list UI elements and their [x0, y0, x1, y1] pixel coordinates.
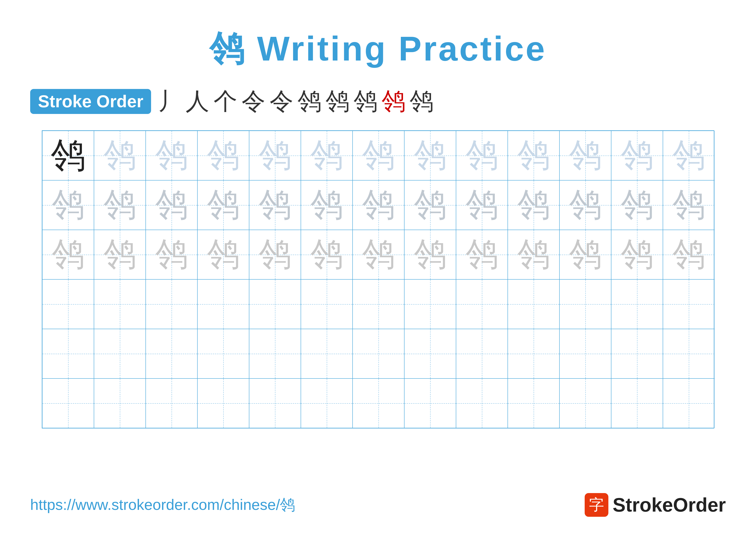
grid-cell[interactable]: 鸰: [94, 131, 146, 180]
grid-cell[interactable]: 鸰: [94, 230, 146, 279]
grid-cell[interactable]: [94, 279, 146, 329]
grid-cell[interactable]: [42, 279, 94, 329]
stroke-10: 鸰: [410, 85, 433, 117]
grid-cell[interactable]: 鸰: [611, 180, 663, 230]
practice-grid[interactable]: 鸰鸰鸰鸰鸰鸰鸰鸰鸰鸰鸰鸰鸰鸰鸰鸰鸰鸰鸰鸰鸰鸰鸰鸰鸰鸰鸰鸰鸰鸰鸰鸰鸰鸰鸰鸰鸰鸰鸰: [42, 130, 714, 428]
grid-cell[interactable]: 鸰: [42, 131, 94, 180]
grid-cell[interactable]: 鸰: [249, 230, 301, 279]
grid-cell[interactable]: 鸰: [508, 230, 559, 279]
grid-cell[interactable]: [198, 378, 249, 428]
grid-cell[interactable]: 鸰: [404, 180, 456, 230]
grid-cell[interactable]: 鸰: [301, 180, 353, 230]
grid-cell[interactable]: [611, 378, 663, 428]
grid-cell[interactable]: [249, 378, 301, 428]
grid-cell[interactable]: [559, 329, 611, 378]
grid-cell[interactable]: [404, 279, 456, 329]
grid-cell[interactable]: 鸰: [198, 230, 249, 279]
grid-cell[interactable]: [301, 279, 353, 329]
grid-cell[interactable]: 鸰: [508, 180, 559, 230]
grid-cell[interactable]: [559, 279, 611, 329]
grid-cell[interactable]: [94, 378, 146, 428]
grid-cell[interactable]: 鸰: [42, 180, 94, 230]
grid-cell[interactable]: 鸰: [146, 230, 198, 279]
grid-cell[interactable]: [198, 329, 249, 378]
grid-cell[interactable]: [663, 279, 715, 329]
grid-cell[interactable]: [353, 378, 404, 428]
grid-cell[interactable]: [508, 378, 559, 428]
practice-char: 鸰: [673, 134, 705, 177]
grid-cell[interactable]: 鸰: [611, 230, 663, 279]
grid-cell[interactable]: 鸰: [198, 131, 249, 180]
page-title: 鸰 Writing Practice: [209, 26, 547, 72]
practice-char: 鸰: [310, 134, 343, 177]
grid-cell[interactable]: 鸰: [249, 180, 301, 230]
grid-cell[interactable]: [146, 279, 198, 329]
stroke-order-row: Stroke Order 丿 人 个 令 令 鸰 鸰 鸰 鸰 鸰: [30, 85, 433, 117]
grid-cell[interactable]: 鸰: [508, 131, 559, 180]
grid-cell[interactable]: 鸰: [611, 131, 663, 180]
grid-cell[interactable]: [353, 279, 404, 329]
grid-cell[interactable]: 鸰: [559, 180, 611, 230]
grid-cell[interactable]: 鸰: [301, 131, 353, 180]
grid-cell[interactable]: [456, 279, 508, 329]
grid-cell[interactable]: 鸰: [301, 230, 353, 279]
practice-char: 鸰: [104, 233, 136, 276]
grid-cell[interactable]: [301, 378, 353, 428]
grid-cell[interactable]: 鸰: [146, 180, 198, 230]
grid-cell[interactable]: 鸰: [353, 230, 404, 279]
practice-char: 鸰: [362, 233, 394, 276]
practice-char: 鸰: [673, 183, 705, 227]
grid-cell[interactable]: 鸰: [94, 180, 146, 230]
grid-cell[interactable]: 鸰: [146, 131, 198, 180]
practice-char: 鸰: [207, 183, 239, 227]
grid-cell[interactable]: [198, 279, 249, 329]
grid-cell[interactable]: 鸰: [456, 180, 508, 230]
footer: https://www.strokeorder.com/chinese/鸰 字 …: [0, 493, 756, 517]
grid-cell[interactable]: [146, 329, 198, 378]
grid-cell[interactable]: 鸰: [42, 230, 94, 279]
grid-cell[interactable]: 鸰: [663, 180, 715, 230]
grid-cell[interactable]: [559, 378, 611, 428]
practice-char: 鸰: [517, 183, 550, 227]
grid-cell[interactable]: 鸰: [198, 180, 249, 230]
grid-cell[interactable]: [249, 329, 301, 378]
grid-cell[interactable]: 鸰: [456, 230, 508, 279]
grid-cell[interactable]: [611, 329, 663, 378]
grid-cell[interactable]: 鸰: [559, 230, 611, 279]
grid-cell[interactable]: [611, 279, 663, 329]
practice-char: 鸰: [207, 233, 239, 276]
grid-cell[interactable]: [508, 279, 559, 329]
grid-cell[interactable]: 鸰: [663, 131, 715, 180]
grid-cell[interactable]: 鸰: [249, 131, 301, 180]
practice-char: 鸰: [673, 233, 705, 276]
grid-cell[interactable]: 鸰: [663, 230, 715, 279]
grid-cell[interactable]: [663, 378, 715, 428]
practice-char: 鸰: [104, 183, 136, 227]
practice-char: 鸰: [155, 233, 188, 276]
grid-cell[interactable]: [404, 378, 456, 428]
grid-cell[interactable]: [249, 279, 301, 329]
grid-cell[interactable]: 鸰: [404, 230, 456, 279]
grid-cell[interactable]: [301, 329, 353, 378]
footer-url: https://www.strokeorder.com/chinese/鸰: [30, 495, 295, 515]
practice-char: 鸰: [517, 134, 550, 177]
grid-cell[interactable]: [663, 329, 715, 378]
grid-cell[interactable]: 鸰: [404, 131, 456, 180]
stroke-5: 令: [270, 85, 293, 117]
grid-cell[interactable]: [42, 329, 94, 378]
grid-cell[interactable]: [508, 329, 559, 378]
grid-cell[interactable]: [42, 378, 94, 428]
grid-cell[interactable]: 鸰: [353, 131, 404, 180]
practice-char: 鸰: [259, 134, 291, 177]
grid-cell[interactable]: [404, 329, 456, 378]
grid-cell[interactable]: [94, 329, 146, 378]
grid-cell[interactable]: [353, 329, 404, 378]
grid-cell[interactable]: [456, 329, 508, 378]
stroke-order-badge: Stroke Order: [30, 89, 151, 114]
grid-cell[interactable]: [456, 378, 508, 428]
grid-cell[interactable]: 鸰: [456, 131, 508, 180]
grid-cell[interactable]: [146, 378, 198, 428]
grid-cell[interactable]: 鸰: [353, 180, 404, 230]
grid-cell[interactable]: 鸰: [559, 131, 611, 180]
practice-char: 鸰: [104, 134, 136, 177]
